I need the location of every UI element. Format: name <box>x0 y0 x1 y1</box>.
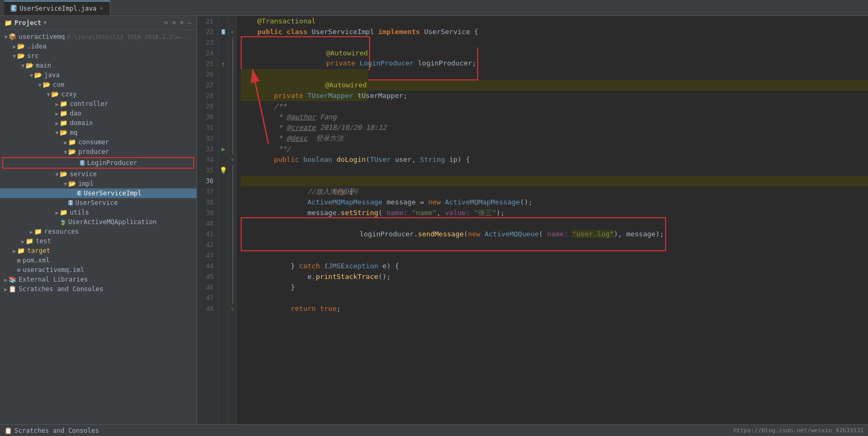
ln-37: 37 <box>197 186 214 197</box>
ln-40: 40 <box>197 218 214 229</box>
scratches-bottom[interactable]: 📋 Scratches and Consoles <box>4 427 99 434</box>
ln-42: 42 <box>197 240 214 250</box>
tree-item-idea[interactable]: ▶ 📂 .idea <box>0 42 196 51</box>
iml-icon: ≡ <box>17 267 21 274</box>
ln-41: 41 <box>197 229 214 240</box>
gutter-ln25: ↑ <box>218 59 228 69</box>
editor-tabs: C UserServiceImpl.java × <box>4 1 864 15</box>
code-editor[interactable]: @Transactional public class UserServiceI… <box>236 16 868 424</box>
ln-47: 47 <box>197 293 214 303</box>
code-line-21: @Transactional <box>241 16 868 27</box>
fold-gutter: ▼ ▼ <box>229 16 236 424</box>
resources-label: resources <box>44 228 79 235</box>
tree-item-utils[interactable]: ▶ 📁 utils <box>0 208 196 217</box>
code-line-25: private LoginProducer loginProducer; <box>241 59 868 69</box>
sidebar-toolbar: ⊙ ⚙ ⚙ — <box>163 18 193 27</box>
target-label: target <box>27 247 50 254</box>
project-label: Project <box>14 19 42 27</box>
extlibs-label: External Libraries <box>19 276 88 283</box>
tree-item-loginproducer[interactable]: ▶ C LoginProducer <box>2 157 194 169</box>
tree-item-com[interactable]: ▼ 📂 com <box>0 80 196 89</box>
editor-content: 21 22 23 24 25 26 27 28 29 30 31 32 33 3… <box>197 16 868 424</box>
tree-item-userservice[interactable]: ▶ I UserService <box>0 198 196 208</box>
producer-label: producer <box>78 148 109 155</box>
code-line-36: try { <box>241 176 868 186</box>
ln-38: 38 <box>197 197 214 208</box>
java-folder-icon: 📂 <box>34 71 42 79</box>
fold-22[interactable]: ▼ <box>229 27 236 37</box>
tree-item-pomxml[interactable]: ▶ m pom.xml <box>0 256 196 265</box>
tree-item-root[interactable]: ▼ 📦 useractivemq D:\java\IntelliJ_IDEA_2… <box>0 32 196 42</box>
controller-folder-icon: 📁 <box>60 100 68 108</box>
ln-48: 48 <box>197 303 214 314</box>
tree-item-test[interactable]: ▶ 📁 test <box>0 236 196 246</box>
sync-icon[interactable]: ⊙ <box>163 18 169 27</box>
code-line-37: //放入消息队列 <box>241 186 868 197</box>
tree-item-czxy[interactable]: ▼ 📂 czxy <box>0 89 196 99</box>
tree-item-service[interactable]: ▼ 📂 service <box>0 169 196 179</box>
ln-32: 32 <box>197 133 214 144</box>
code-line-27: @Autowired <box>241 80 868 91</box>
ln-33: 33 <box>197 144 214 154</box>
code-line-29: /** <box>241 101 868 112</box>
bottom-left: 📋 Scratches and Consoles <box>4 427 99 434</box>
ln-22: 22 <box>197 27 214 37</box>
dropdown-arrow[interactable]: ▼ <box>44 20 47 26</box>
tree-item-application[interactable]: ▶ 🍃 UserActiveMQApplication <box>0 217 196 227</box>
tree-item-scratches[interactable]: ▶ 📋 Scratches and Consoles <box>0 284 196 294</box>
tree-item-target[interactable]: ▶ 📁 target <box>0 246 196 256</box>
code-line-45: e.printStackTrace(); <box>241 272 868 282</box>
tree-item-java[interactable]: ▼ 📂 java <box>0 70 196 80</box>
code-line-34: public boolean doLogin(TUser user, Strin… <box>241 154 868 165</box>
tree-item-extlibs[interactable]: ▶ 📚 External Libraries <box>0 275 196 284</box>
tree-item-userserviceimpl[interactable]: ▶ C UserServiceImpl <box>0 188 196 198</box>
gutter-arrow-icon: ↑ <box>222 60 226 68</box>
tree-item-domain[interactable]: ▶ 📁 domain <box>0 118 196 128</box>
impl-label: impl <box>78 180 94 187</box>
settings-icon[interactable]: ⚙ <box>171 18 177 27</box>
tree-item-dao[interactable]: ▶ 📁 dao <box>0 109 196 118</box>
gutter-c-icon: C <box>222 29 225 35</box>
com-label: com <box>53 81 64 88</box>
collapse-icon[interactable]: — <box>186 18 192 27</box>
tree-item-consumer[interactable]: ▶ 📁 consumer <box>0 137 196 147</box>
tree-item-producer[interactable]: ▼ 📂 producer <box>0 147 196 157</box>
ln-43: 43 <box>197 250 214 261</box>
app-icon: 🍃 <box>60 219 66 225</box>
tab-class-icon: C <box>11 5 17 12</box>
tree-item-impl[interactable]: ▼ 📂 impl <box>0 179 196 188</box>
service-folder-icon: 📂 <box>60 170 68 178</box>
fold-34[interactable]: ▼ <box>229 154 236 165</box>
root-folder-icon: 📦 <box>9 33 17 40</box>
userservice-interface-icon: I <box>68 200 73 205</box>
userserviceimpl-class-icon: C <box>77 191 81 196</box>
root-path: D:\java\IntelliJ_IDEA_2018.1.2\w... <box>67 34 191 40</box>
ln-46: 46 <box>197 282 214 293</box>
tree-item-src[interactable]: ▼ 📂 src <box>0 51 196 61</box>
scratches-label: Scratches and Consoles <box>19 285 103 293</box>
tree-item-iml[interactable]: ▶ ≡ useractivemq.iml <box>0 265 196 275</box>
scratches-bottom-icon: 📋 <box>4 427 12 434</box>
main-label: main <box>36 62 51 69</box>
fold-48[interactable]: ▼ <box>229 303 236 314</box>
resources-folder-icon: 📁 <box>34 228 42 235</box>
gutter-ln34: ▶ <box>218 144 228 154</box>
tab-close-icon[interactable]: × <box>100 5 103 12</box>
bottom-right: https://blog.csdn.net/weixin_42633131 <box>733 427 864 434</box>
tree-item-controller[interactable]: ▶ 📁 controller <box>0 99 196 109</box>
tree-item-mq[interactable]: ▼ 📂 mq <box>0 128 196 137</box>
code-line-30: * @author Fang <box>241 112 868 122</box>
utils-folder-icon: 📁 <box>60 209 68 216</box>
tree-item-resources[interactable]: ▶ 📁 resources <box>0 227 196 236</box>
tab-userserviceimpl[interactable]: C UserServiceImpl.java × <box>4 1 110 15</box>
tree-item-main[interactable]: ▼ 📂 main <box>0 61 196 70</box>
gear-icon[interactable]: ⚙ <box>179 18 185 27</box>
project-tree: ▼ 📦 useractivemq D:\java\IntelliJ_IDEA_2… <box>0 30 196 424</box>
main-layout: 📁 Project ▼ ⊙ ⚙ ⚙ — ▼ 📦 useractivemq D:\… <box>0 16 868 424</box>
code-line-38: ActiveMQMapMessage message = new ActiveM… <box>241 197 868 208</box>
code-line-32: * @desc 登录方法 <box>241 133 868 144</box>
loginproducer-label: LoginProducer <box>87 159 137 167</box>
ln-45: 45 <box>197 272 214 282</box>
gutter: C ↑ ▶ 💡 <box>218 16 229 424</box>
idea-label: .idea <box>27 43 46 50</box>
